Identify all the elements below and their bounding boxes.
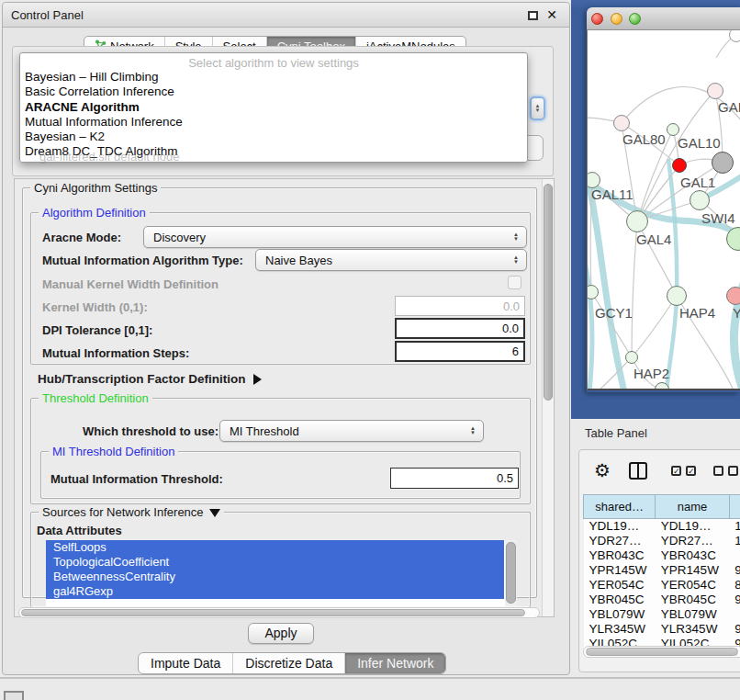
sources-group: Sources for Network Inference Data Attri… xyxy=(30,512,531,607)
unchecked-box-icon[interactable] xyxy=(713,466,723,476)
column-header[interactable]: shared… xyxy=(584,495,656,519)
table-row[interactable]: YDL19…YDL19…13 xyxy=(584,519,740,534)
table-row[interactable]: YBR045CYBR045C9. xyxy=(584,593,740,607)
scrollbar-thumb[interactable] xyxy=(21,609,525,616)
group-title: Algorithm Definition xyxy=(39,206,150,220)
combo-value: Naive Bayes xyxy=(256,254,513,267)
network-node[interactable] xyxy=(667,123,679,136)
algorithm-option[interactable]: Bayesian – Hill Climbing xyxy=(20,70,527,85)
tab-label: Discretize Data xyxy=(245,656,332,671)
settings-horizontal-scrollbar[interactable] xyxy=(18,607,540,618)
close-icon[interactable]: ✕ xyxy=(546,7,557,22)
tab-impute-data[interactable]: Impute Data xyxy=(139,653,232,673)
manual-kernel-checkbox[interactable] xyxy=(508,276,521,289)
scrollbar-thumb[interactable] xyxy=(544,184,553,401)
kernel-width-field[interactable] xyxy=(395,296,525,316)
network-node[interactable] xyxy=(729,30,740,42)
group-title: Threshold Definition xyxy=(39,391,152,405)
table-body: YDL19…YDL19…13YDR27…YDR27…12YBR043CYBR04… xyxy=(584,519,740,651)
table-horizontal-scrollbar[interactable] xyxy=(583,646,740,658)
mi-threshold-field[interactable] xyxy=(390,468,519,489)
table-panel-title: Table Panel xyxy=(585,426,647,440)
network-node[interactable] xyxy=(667,286,687,306)
checked-box-icon[interactable]: ✓ xyxy=(686,466,696,476)
table-cell: YBL079W xyxy=(584,607,656,622)
combo-value: MI Threshold xyxy=(220,424,470,438)
unchecked-box-icon[interactable] xyxy=(728,466,738,476)
tab-infer-network[interactable]: Infer Network xyxy=(344,653,445,673)
table-row[interactable]: YBR043CYBR043C xyxy=(584,548,740,563)
scrollbar-thumb[interactable] xyxy=(586,648,738,656)
table-cell: YER054C xyxy=(656,578,729,593)
bottom-left-mini-button[interactable] xyxy=(4,691,24,700)
list-vertical-scrollbar[interactable] xyxy=(505,540,517,606)
gear-icon[interactable]: ⚙ xyxy=(594,459,611,481)
network-canvas[interactable]: GAL80GAL10GAL11GAL1SWI4GAL4GCY1HAP4YHAP2… xyxy=(587,30,740,390)
bottom-divider xyxy=(0,677,740,679)
table-row[interactable]: YER054CYER054C8. xyxy=(584,578,740,593)
table-row[interactable]: YPR145WYPR145W9. xyxy=(584,563,740,578)
network-node[interactable] xyxy=(690,190,710,210)
table-cell: YBR045C xyxy=(584,593,656,607)
which-threshold-label: Which threshold to use: xyxy=(83,424,219,438)
sources-expander[interactable]: Sources for Network Inference xyxy=(39,505,224,519)
table-cell xyxy=(729,607,740,622)
expand-down-icon xyxy=(209,509,220,517)
algorithm-option[interactable]: ARACNE Algorithm xyxy=(20,100,527,115)
checked-box-icon[interactable]: ✓ xyxy=(671,466,681,476)
network-node[interactable] xyxy=(613,115,630,131)
algorithm-option[interactable]: Bayesian – K2 xyxy=(20,130,527,144)
network-window-titlebar[interactable] xyxy=(587,7,740,30)
table-row[interactable]: YDR27…YDR27…12 xyxy=(584,534,740,548)
node-label: GAL1 xyxy=(680,175,715,190)
group-title: Cyni Algorithm Settings xyxy=(30,181,161,195)
cyni-settings-group: Cyni Algorithm Settings Algorithm Defini… xyxy=(22,187,537,598)
algorithm-option[interactable]: Basic Correlation Inference xyxy=(20,85,527,99)
table-cell xyxy=(729,548,740,563)
data-attribute-item[interactable]: gal4RGexp xyxy=(46,584,504,599)
apply-button[interactable]: Apply xyxy=(248,623,314,644)
aracne-mode-combobox[interactable]: Discovery ▲▼ xyxy=(143,226,527,248)
mi-type-combobox[interactable]: Naive Bayes ▲▼ xyxy=(255,249,527,271)
split-columns-icon[interactable] xyxy=(629,462,647,480)
network-node[interactable] xyxy=(672,158,687,173)
node-table: shared… name YDL19…YDL19…13YDR27…YDR27…1… xyxy=(583,494,740,651)
algorithm-option[interactable]: Mutual Information Inference xyxy=(20,115,527,130)
network-node[interactable] xyxy=(625,351,638,364)
table-row[interactable]: YLR345WYLR345W9. xyxy=(584,622,740,637)
control-panel-titlebar[interactable]: Control Panel ✕ xyxy=(3,3,569,28)
settings-vertical-scrollbar[interactable] xyxy=(542,179,554,616)
column-header[interactable] xyxy=(729,495,740,519)
tab-discretize-data[interactable]: Discretize Data xyxy=(232,653,344,673)
hub-definition-expander[interactable]: Hub/Transcription Factor Definition xyxy=(38,372,262,386)
node-label: SWI4 xyxy=(701,210,735,226)
close-traffic-light[interactable] xyxy=(591,13,603,25)
zoom-traffic-light[interactable] xyxy=(629,13,641,25)
panel-title: Control Panel xyxy=(11,8,84,22)
column-header[interactable]: name xyxy=(656,495,729,519)
scrollbar-thumb[interactable] xyxy=(506,542,516,604)
network-node[interactable] xyxy=(707,83,723,99)
network-node[interactable] xyxy=(626,210,648,232)
network-node[interactable] xyxy=(655,382,669,390)
dpi-tolerance-field[interactable] xyxy=(395,318,525,339)
sources-title: Sources for Network Inference xyxy=(42,505,204,519)
restore-icon[interactable] xyxy=(528,11,538,20)
network-node[interactable] xyxy=(726,287,740,305)
mi-steps-field[interactable] xyxy=(395,341,525,362)
minimize-traffic-light[interactable] xyxy=(611,13,622,25)
mi-threshold-label: Mutual Information Threshold: xyxy=(50,472,223,486)
data-attribute-item[interactable]: BetweennessCentrality xyxy=(46,570,504,584)
algorithm-popup-list: Bayesian – Hill ClimbingBasic Correlatio… xyxy=(20,70,527,160)
table-cell: YLR345W xyxy=(584,622,656,637)
algorithm-combobox-arrow-button[interactable]: ▲▼ xyxy=(530,96,545,120)
data-attribute-item[interactable]: TopologicalCoefficient xyxy=(46,555,504,570)
network-node[interactable] xyxy=(712,152,734,174)
table-cell: YDR27… xyxy=(584,534,656,548)
data-attributes-label: Data Attributes xyxy=(37,524,122,537)
bottom-tabbar: Impute Data Discretize Data Infer Networ… xyxy=(138,652,446,674)
table-row[interactable]: YBL079WYBL079W xyxy=(584,607,740,622)
table-cell: 9. xyxy=(729,622,740,637)
which-threshold-combobox[interactable]: MI Threshold ▲▼ xyxy=(219,420,484,442)
data-attribute-item[interactable]: SelfLoops xyxy=(46,540,504,555)
